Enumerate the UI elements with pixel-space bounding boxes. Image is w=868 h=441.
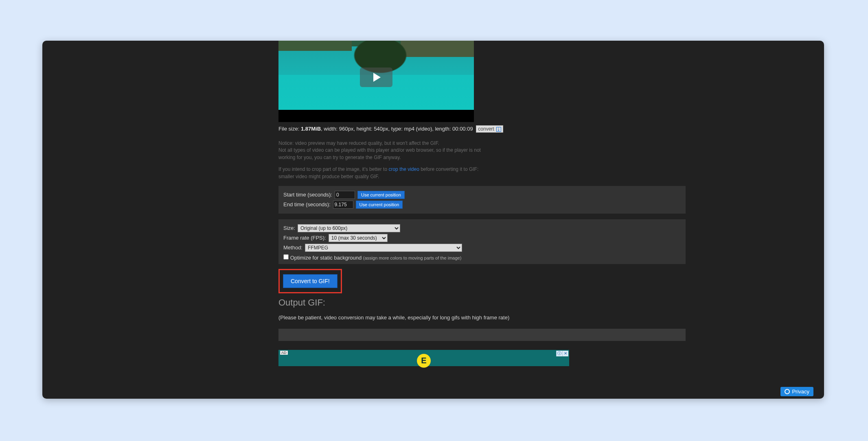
download-icon: ⭳: [496, 127, 501, 132]
convert-highlight: Convert to GIF!: [278, 269, 342, 293]
fps-select[interactable]: 10 (max 30 seconds): [329, 234, 388, 242]
file-size-prefix: File size:: [278, 126, 301, 132]
convert-chip[interactable]: convert ⭳: [476, 125, 503, 133]
notice-line-3a: If you intend to crop part of the image,…: [278, 166, 388, 172]
ad-tag: AD: [280, 351, 288, 355]
size-select[interactable]: Original (up to 600px): [298, 224, 400, 232]
method-label: Method:: [283, 245, 302, 251]
notice-line-2: Not all types of video can be played wit…: [278, 147, 486, 161]
method-select[interactable]: FFMPEG: [305, 244, 462, 252]
video-preview[interactable]: [278, 41, 474, 122]
output-placeholder: [278, 329, 686, 341]
privacy-button[interactable]: Privacy: [780, 387, 813, 396]
patient-note: (Please be patient, video conversion may…: [278, 314, 686, 321]
notice-block: Notice: video preview may have reduced q…: [278, 140, 486, 180]
play-button[interactable]: [360, 68, 392, 87]
play-icon: [373, 73, 381, 82]
end-time-input[interactable]: [333, 201, 353, 209]
file-info-rest: , width: 960px, height: 540px, type: mp4…: [321, 126, 473, 132]
output-heading: Output GIF:: [278, 297, 686, 308]
file-info: File size: 1.87MiB, width: 960px, height…: [278, 125, 686, 133]
ad-close-icon[interactable]: ✕: [562, 351, 568, 356]
start-time-input[interactable]: [335, 191, 355, 199]
use-current-start-button[interactable]: Use current position: [357, 191, 405, 199]
main-content: File size: 1.87MiB, width: 960px, height…: [278, 41, 686, 391]
optimize-checkbox[interactable]: [283, 254, 289, 260]
optimize-sublabel: (assign more colors to moving parts of t…: [363, 255, 462, 260]
convert-to-gif-button[interactable]: Convert to GIF!: [283, 274, 338, 288]
browser-frame: File size: 1.87MiB, width: 960px, height…: [42, 41, 824, 399]
use-current-end-button[interactable]: Use current position: [356, 201, 403, 209]
ad-banner[interactable]: AD E ⓘ ✕: [278, 350, 569, 366]
time-panel: Start time (seconds): Use current positi…: [278, 186, 686, 214]
ad-info-icon[interactable]: ⓘ: [556, 351, 562, 356]
privacy-label: Privacy: [792, 389, 809, 395]
ad-logo: E: [417, 354, 431, 368]
start-time-label: Start time (seconds):: [283, 192, 332, 198]
fps-label: Frame rate (FPS):: [283, 235, 326, 241]
optimize-label: Optimize for static background: [290, 255, 362, 261]
gear-icon: [785, 389, 790, 394]
file-size-value: 1.87MiB: [301, 126, 321, 132]
convert-chip-label: convert: [478, 126, 494, 132]
page-scroll[interactable]: File size: 1.87MiB, width: 960px, height…: [42, 41, 818, 397]
crop-video-link[interactable]: crop the video: [388, 166, 419, 172]
notice-line-1: Notice: video preview may have reduced q…: [278, 140, 486, 147]
options-panel: Size: Original (up to 600px) Frame rate …: [278, 219, 686, 264]
size-label: Size:: [283, 225, 295, 231]
end-time-label: End time (seconds):: [283, 201, 331, 207]
